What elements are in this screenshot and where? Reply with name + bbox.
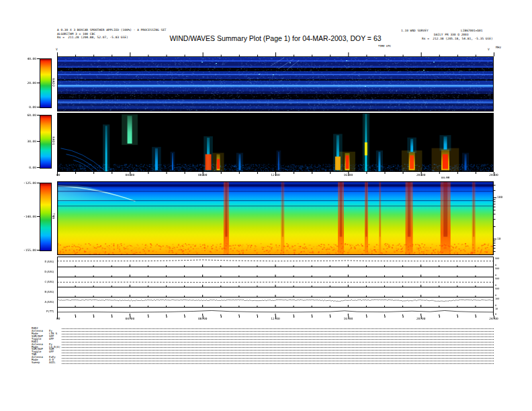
time-tick-label-mid: 12:00 xyxy=(268,173,283,177)
colorbar-tick-label: 60.00 xyxy=(13,113,36,117)
dotted-leader xyxy=(62,334,494,334)
dotted-leader xyxy=(62,350,494,351)
panel-label: C(AVG) xyxy=(30,280,54,283)
legend-row: AntennaEy xyxy=(32,343,494,346)
time-tick-label-bottom: 20:00 xyxy=(414,317,429,320)
event-marker-left: V xyxy=(56,48,58,52)
dotted-leader xyxy=(62,339,494,340)
colorbar-tick-label: 40.00 xyxy=(13,57,36,60)
legend-value: AGIL xyxy=(49,361,62,364)
colorbar-rad1 xyxy=(40,115,52,169)
time-tick-label-bottom: 04:00 xyxy=(122,317,137,320)
time-tick-label-bottom: 12:00 xyxy=(268,317,283,320)
colorbar-tick-label: 0.00 xyxy=(13,166,36,169)
dotted-leader xyxy=(62,353,494,353)
panel-right-min-label: 0 xyxy=(495,274,496,277)
panel-right-min-label: 0 xyxy=(495,304,496,307)
dotted-leader xyxy=(62,331,494,332)
colorbar-tick-label: 30.00 xyxy=(13,140,36,143)
frequency-units-label: MHz xyxy=(496,46,501,50)
colorbar-rad2 xyxy=(40,58,52,108)
colorbar-tick-label: -125.00 xyxy=(13,181,36,185)
legend-row: ToggleOFF xyxy=(32,338,494,340)
tnr-freq-tick-label: 10 xyxy=(497,237,500,240)
time-tick-label-bottom: 24:00 xyxy=(486,317,501,320)
page-title: WIND/WAVES Summary Plot (Page 1) for 04-… xyxy=(57,35,494,42)
panel-label: E(AVG) xyxy=(30,260,54,263)
panel-right-max-label: 500 xyxy=(495,257,499,260)
dotted-leader xyxy=(62,345,494,345)
legend-row: RAD1 xyxy=(32,340,494,343)
dotted-leader xyxy=(62,336,494,337)
colorbar-tick-label: -155.00 xyxy=(13,248,36,252)
legend-row: SUM/DUPSUM xyxy=(32,349,494,351)
legend-value: OFF xyxy=(49,351,62,353)
waves-summary-plot: A 0.30 X 3 BOXCAR SMOOTHER APPLIED (100%… xyxy=(0,0,532,411)
legend-row: RAD2 xyxy=(32,327,494,330)
legend-row: ModeLIN S xyxy=(32,332,494,335)
dotted-leader xyxy=(62,328,494,329)
time-tick-label-bottom: 00 xyxy=(56,317,71,320)
time-tick-label-mid: 00 xyxy=(56,173,71,177)
panel-right-max-label: 500 xyxy=(495,267,499,270)
panel-right-min-label: 0 xyxy=(495,284,496,287)
panel-label: B(AVG) xyxy=(30,290,54,293)
time-tick-label-bottom: 16:00 xyxy=(341,317,355,320)
time-tick-label-mid: 04:00 xyxy=(122,173,137,177)
panel-right-min-label: 0 xyxy=(495,264,496,267)
time-axis-title: TIME UTC xyxy=(378,45,391,48)
tnr-spectrogram xyxy=(57,181,494,255)
colorbar-name-tnr: TNR xyxy=(52,213,55,220)
event-marker-right: V xyxy=(488,48,490,52)
panel-right-max-label: 10 xyxy=(495,308,498,310)
dotted-leader xyxy=(62,355,494,356)
legend-row: SweepAGIL xyxy=(32,361,494,364)
legend-value: OFF xyxy=(49,338,62,340)
panel-right-min-label: 0 xyxy=(495,294,496,297)
legend-row: AntennaExEy xyxy=(32,356,494,359)
time-format-label: HH:MM xyxy=(441,176,449,179)
dotted-leader xyxy=(62,361,494,361)
colorbar-tick-label: -140.00 xyxy=(13,215,36,218)
colorbar-name-rad1: RAD1 xyxy=(52,137,55,146)
rad1-spectrogram xyxy=(57,113,494,172)
dotted-leader xyxy=(62,358,494,359)
time-series-panels xyxy=(57,257,494,316)
colorbar-name-rad2: RAD2 xyxy=(52,79,55,87)
panel-label: A(AVG) xyxy=(30,300,54,304)
panel-right-max-label: 500 xyxy=(495,287,499,290)
build-version-label: 1.10 WND SURVEY xyxy=(401,29,429,33)
time-tick-label-mid: 20:00 xyxy=(414,173,429,177)
colorbar-tick-label: 20.00 xyxy=(13,81,36,85)
legend-row: SUM/DUPSEP xyxy=(32,335,494,338)
legend-row: AntennaEy xyxy=(32,330,494,332)
instrument-settings-legend: RAD2AntennaEyModeLIN SSUM/DUPSEPToggleOF… xyxy=(32,327,494,364)
dotted-leader xyxy=(62,363,494,364)
panel-label: D(AVG) xyxy=(30,270,54,273)
panel-label: P(TT) xyxy=(30,310,54,313)
panel-right-min-label: 0 xyxy=(495,313,496,316)
tnr-freq-tick-label: 100 xyxy=(497,195,502,199)
legend-row: ModeA-D xyxy=(32,359,494,361)
colorbar-tnr xyxy=(40,183,52,251)
dotted-leader xyxy=(62,342,494,342)
library-label: LIB67001=b01 xyxy=(461,29,483,33)
dotted-leader xyxy=(62,347,494,348)
time-tick-label-mid: 08:00 xyxy=(195,173,210,177)
legend-row: TNR xyxy=(32,353,494,356)
colorbar-tick-label: 0.00 xyxy=(13,105,36,109)
legend-key: Sweep xyxy=(32,361,49,364)
time-tick-label-bottom: 08:00 xyxy=(195,317,210,320)
panel-right-max-label: 500 xyxy=(495,277,499,280)
time-tick-label-mid: 24:00 xyxy=(486,173,501,177)
legend-row: ModeLO.D(A) xyxy=(32,346,494,349)
time-tick-label-mid: 16:00 xyxy=(341,173,355,177)
panel-right-max-label: 100 xyxy=(495,298,499,300)
rad2-spectrogram xyxy=(57,56,494,111)
legend-row: ToggleOFF xyxy=(32,351,494,353)
